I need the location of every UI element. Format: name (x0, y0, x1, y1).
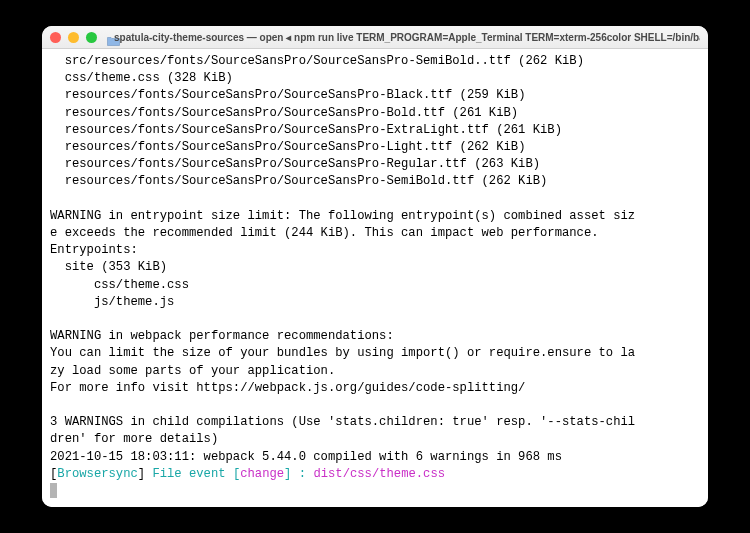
zoom-icon[interactable] (86, 32, 97, 43)
terminal-window: spatula-city-theme-sources — open ◂ npm … (42, 26, 708, 507)
titlebar: spatula-city-theme-sources — open ◂ npm … (42, 26, 708, 49)
asset-line: src/resources/fonts/SourceSansPro/Source… (50, 54, 584, 68)
window-title: spatula-city-theme-sources — open ◂ npm … (114, 32, 700, 43)
close-icon[interactable] (50, 32, 61, 43)
browsersync-line: [Browsersync] File event [change] : dist… (50, 467, 445, 481)
minimize-icon[interactable] (68, 32, 79, 43)
warning-line: zy load some parts of your application. (50, 364, 335, 378)
warning-line: dren' for more details) (50, 432, 218, 446)
changed-file: dist/css/theme.css (313, 467, 445, 481)
asset-line: resources/fonts/SourceSansPro/SourceSans… (50, 106, 518, 120)
warning-line: css/theme.css (50, 278, 189, 292)
warning-line: js/theme.js (50, 295, 174, 309)
warning-line: site (353 KiB) (50, 260, 167, 274)
asset-line: resources/fonts/SourceSansPro/SourceSans… (50, 88, 525, 102)
cursor-icon (50, 483, 57, 498)
warning-line: WARNING in webpack performance recommend… (50, 329, 394, 343)
warning-line: Entrypoints: (50, 243, 138, 257)
warning-line: For more info visit https://webpack.js.o… (50, 381, 525, 395)
warning-line: 3 WARNINGS in child compilations (Use 's… (50, 415, 635, 429)
asset-line: resources/fonts/SourceSansPro/SourceSans… (50, 157, 540, 171)
asset-line: resources/fonts/SourceSansPro/SourceSans… (50, 123, 562, 137)
compile-status: 2021-10-15 18:03:11: webpack 5.44.0 comp… (50, 450, 562, 464)
terminal-output[interactable]: src/resources/fonts/SourceSansPro/Source… (42, 49, 708, 507)
folder-icon (107, 32, 120, 42)
warning-line: WARNING in entrypoint size limit: The fo… (50, 209, 635, 223)
traffic-lights (50, 32, 97, 43)
asset-line: resources/fonts/SourceSansPro/SourceSans… (50, 140, 525, 154)
asset-line: resources/fonts/SourceSansPro/SourceSans… (50, 174, 547, 188)
browsersync-label: Browsersync (57, 467, 137, 481)
warning-line: You can limit the size of your bundles b… (50, 346, 635, 360)
asset-line: css/theme.css (328 KiB) (50, 71, 233, 85)
warning-line: e exceeds the recommended limit (244 KiB… (50, 226, 599, 240)
